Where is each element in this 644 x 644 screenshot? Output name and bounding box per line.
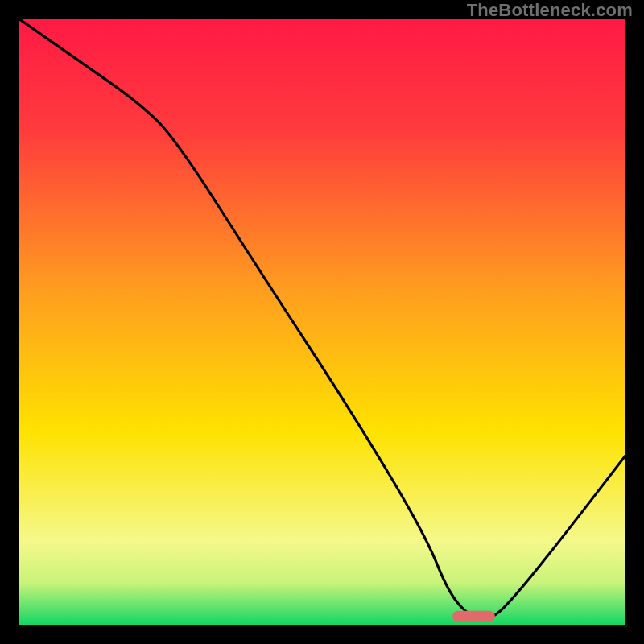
bottleneck-chart — [19, 19, 625, 625]
chart-svg — [19, 19, 625, 625]
chart-frame: TheBottleneck.com — [0, 0, 644, 644]
plot-background — [19, 19, 625, 625]
optimal-marker — [452, 611, 495, 622]
